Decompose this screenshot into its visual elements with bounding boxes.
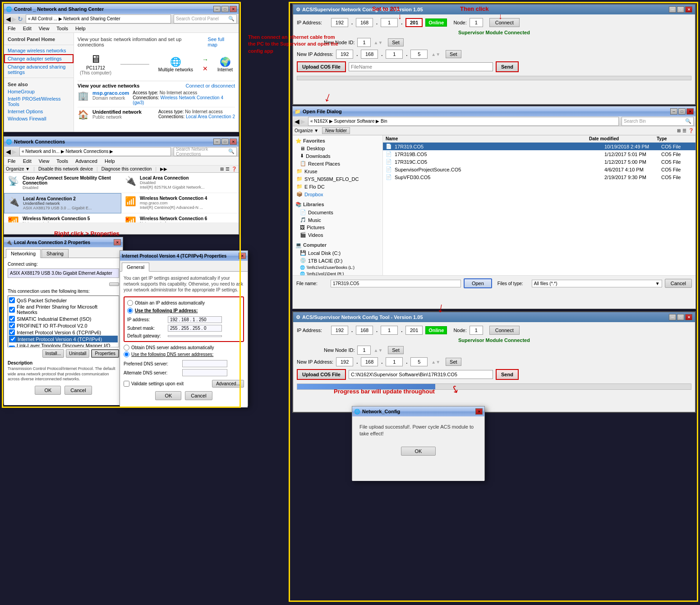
fd-back[interactable]: ◀: [295, 118, 299, 125]
fd-view-icon1[interactable]: ⊞: [677, 128, 681, 133]
acs-bottom-send-button[interactable]: Send: [496, 369, 519, 380]
connection-local-area-2[interactable]: 🔌 Local Area Connection 2 Unidentified n…: [4, 193, 121, 213]
fd-network2[interactable]: 🌐\\mfs1\vol1\Dent (R:): [293, 271, 382, 275]
fd-organize[interactable]: Organize ▼: [295, 128, 318, 133]
new-ip-part4[interactable]: [410, 50, 428, 59]
acs-set-btn1[interactable]: Set: [388, 38, 404, 46]
file-supervisor-source[interactable]: 📄 SupervisorProjectSource.CO5 4/6/2017 4…: [383, 166, 695, 173]
nc-dialog-ok[interactable]: OK: [401, 447, 436, 456]
nc-disable-device[interactable]: Disable this network device: [38, 166, 93, 171]
fd-pictures[interactable]: 🖼Pictures: [293, 224, 382, 231]
acs-bottom-node-value[interactable]: [470, 326, 483, 335]
uninstall-button[interactable]: Uninstall: [66, 349, 89, 358]
acs-bottom-new-ip-p4[interactable]: [410, 357, 428, 366]
props-cancel[interactable]: Cancel: [64, 386, 92, 395]
acs-bottom-ip-part3[interactable]: [381, 326, 398, 335]
menu-tools[interactable]: Tools: [53, 25, 72, 32]
acs-ip-part1[interactable]: [331, 18, 348, 27]
connect-disconnect[interactable]: Connect or disconnect: [186, 83, 235, 88]
connection-local-area[interactable]: 🔌 Local Area Connection Disabled Intel(R…: [121, 173, 239, 193]
nc-menu-tools[interactable]: Tools: [53, 157, 72, 165]
new-ip-part2[interactable]: [361, 50, 378, 59]
props-properties-button[interactable]: Properties: [91, 349, 119, 358]
acs-bottom-new-node[interactable]: [357, 346, 371, 355]
nc-menu-file[interactable]: File: [4, 157, 19, 165]
fd-cancel-button[interactable]: Cancel: [665, 279, 692, 288]
nav-homegroup[interactable]: HomeGroup: [4, 88, 74, 95]
fd-eflo[interactable]: 📁E Flo DC: [293, 183, 382, 190]
acs-ip-part4[interactable]: [405, 18, 423, 27]
nc-forward[interactable]: ▶: [12, 148, 17, 155]
item-ipv4[interactable]: Internet Protocol Version 4 (TCP/IPv4): [9, 336, 118, 342]
validate-checkbox[interactable]: [124, 381, 129, 387]
nav-change-adapter[interactable]: Change adapter settings: [4, 54, 74, 63]
file-supvfd30[interactable]: 📄 SupVFD30.CO5 2/19/2017 9:30 PM CO5 Fil…: [383, 173, 695, 181]
fd-max[interactable]: □: [678, 108, 686, 115]
nc-help-icon[interactable]: ❓: [231, 166, 237, 171]
connection-wireless-5[interactable]: 📶✕ Wireless Network Connection 5 Not con…: [4, 213, 121, 222]
advanced-button[interactable]: Advanced...: [212, 380, 244, 388]
tcp-ok[interactable]: OK: [155, 391, 181, 400]
close-button[interactable]: ✕: [230, 6, 237, 12]
acs-bottom-set-btn2[interactable]: Set: [446, 358, 461, 366]
nc-dialog-close[interactable]: ✕: [475, 408, 483, 415]
tab-general[interactable]: General: [122, 263, 149, 272]
fd-kruse[interactable]: 📁Kruse: [293, 167, 382, 175]
maximize-button[interactable]: □: [221, 6, 229, 12]
acs-bottom-new-ip-p1[interactable]: [336, 357, 353, 366]
fd-search[interactable]: Search Bin 🔍: [622, 117, 694, 126]
back-button[interactable]: ◀: [6, 15, 11, 23]
menu-help[interactable]: Help: [72, 25, 89, 32]
see-full-map[interactable]: See full map: [208, 37, 235, 47]
nc-diagnose[interactable]: Diagnose this connection: [101, 166, 152, 171]
address-bar[interactable]: « All Control ... ▶ Network and Sharing …: [26, 14, 171, 23]
nc-view-icon2[interactable]: ☰: [226, 166, 230, 171]
fd-close[interactable]: ✕: [686, 108, 694, 115]
fd-new-folder[interactable]: New folder: [322, 127, 350, 134]
ip-value[interactable]: 192 . 168 . 1 . 250: [168, 316, 222, 323]
item-simatic[interactable]: SIMATIC Industrial Ethernet (ISO): [9, 315, 118, 322]
fd-docs[interactable]: 📄Documents: [293, 208, 382, 216]
fd-open-button[interactable]: Open: [464, 278, 492, 288]
nav-change-advanced[interactable]: Change advanced sharing settings: [4, 63, 74, 76]
nav-manage-wireless[interactable]: Manage wireless networks: [4, 47, 74, 54]
manual-dns-radio[interactable]: [124, 351, 129, 357]
fd-help-icon[interactable]: ❓: [688, 128, 694, 133]
new-ip-part1[interactable]: [336, 50, 353, 59]
fd-recent[interactable]: 📋Recent Places: [293, 160, 382, 167]
nc-organize[interactable]: Organize ▼: [6, 166, 30, 171]
file-17r319b[interactable]: 📄 17R319B.CO5 1/12/2017 5:01 PM CO5 File: [383, 150, 695, 158]
props-ok[interactable]: OK: [35, 386, 61, 395]
nc-menu-edit[interactable]: Edit: [19, 157, 35, 165]
configure-button[interactable]: [109, 282, 119, 286]
minimize-button[interactable]: ─: [213, 6, 221, 12]
menu-file[interactable]: File: [4, 25, 19, 32]
nav-intel-proset[interactable]: Intel® PROSet/Wireless Tools: [4, 95, 74, 108]
menu-view[interactable]: View: [35, 25, 53, 32]
connection-cisco[interactable]: 📡 Cisco AnyConnect Secure Mobility Clien…: [4, 173, 121, 193]
acs-bottom-upload-button[interactable]: Upload CO5 File: [297, 369, 346, 380]
manual-ip-radio[interactable]: [127, 308, 133, 314]
tab-sharing[interactable]: Sharing: [41, 249, 69, 258]
fd-downloads[interactable]: ⬇Downloads: [293, 152, 382, 160]
nc-address-bar[interactable]: « Network and In... ▶ Network Connection…: [19, 147, 171, 156]
acs-bottom-min[interactable]: ─: [669, 314, 676, 320]
fd-forward[interactable]: ▶: [300, 118, 305, 125]
acs-top-min[interactable]: ─: [669, 6, 676, 13]
item-profinet[interactable]: PROFINET IO RT-Protocol V2.0: [9, 322, 118, 329]
acs-upload-button[interactable]: Upload CO5 File: [297, 61, 346, 72]
forward-button[interactable]: ▶: [12, 15, 17, 23]
acs-bottom-ip-part1[interactable]: [331, 326, 348, 335]
connection-wireless-4[interactable]: 📶 Wireless Network Connection 4 msp.grac…: [121, 193, 239, 213]
tcp-close[interactable]: ✕: [239, 253, 246, 259]
tcp-cancel[interactable]: Cancel: [185, 391, 212, 400]
props-close[interactable]: ✕: [114, 239, 121, 245]
pref-dns-value[interactable]: [182, 360, 227, 367]
new-node-value[interactable]: [357, 38, 371, 47]
auto-ip-radio[interactable]: [127, 300, 133, 306]
file-17r319c[interactable]: 📄 17R319C.CO5 1/12/2017 5:00 PM CO5 File: [383, 158, 695, 166]
nc-search[interactable]: Search Network Connections 🔍: [174, 147, 237, 156]
fd-min[interactable]: ─: [670, 108, 677, 115]
acs-bottom-ip-part2[interactable]: [356, 326, 373, 335]
new-ip-part3[interactable]: [386, 50, 403, 59]
